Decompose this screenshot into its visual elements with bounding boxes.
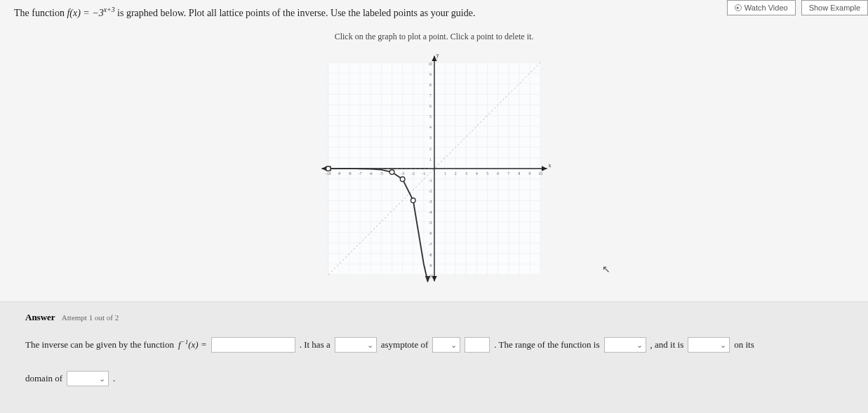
svg-text:1: 1 (429, 157, 431, 161)
svg-point-93 (400, 176, 405, 181)
svg-text:5: 5 (486, 171, 488, 176)
y-axis-label: y (436, 52, 439, 58)
svg-text:6: 6 (429, 104, 431, 108)
watch-video-label: Watch Video (745, 4, 788, 12)
domain-select[interactable] (67, 371, 109, 386)
svg-text:3: 3 (465, 171, 467, 176)
svg-text:7: 7 (429, 93, 431, 98)
svg-text:8: 8 (429, 83, 431, 87)
svg-text:-1: -1 (428, 178, 432, 183)
svg-text:7: 7 (507, 171, 509, 176)
attempt-counter: Attempt 1 out of 2 (62, 313, 119, 322)
svg-text:6: 6 (497, 171, 499, 176)
answer-text-d: . The range of the function is (494, 336, 599, 354)
svg-text:-5: -5 (380, 171, 383, 176)
svg-text:-6: -6 (368, 171, 372, 176)
svg-marker-90 (425, 276, 430, 282)
show-example-button[interactable]: Show Example (801, 0, 868, 15)
svg-text:2: 2 (454, 171, 456, 176)
function-exponent: x+3 (104, 6, 115, 13)
svg-text:-9: -9 (428, 263, 432, 267)
asymptote-var-select[interactable] (432, 337, 460, 353)
answer-text-period: . (113, 369, 115, 388)
problem-pre: The function (14, 8, 67, 18)
monotonic-select[interactable] (688, 337, 730, 353)
svg-text:-8: -8 (428, 252, 432, 256)
svg-text:9: 9 (528, 171, 530, 176)
svg-text:-6: -6 (428, 231, 432, 235)
watch-video-button[interactable]: ▸ Watch Video (727, 0, 796, 15)
asymptote-type-select[interactable] (335, 337, 377, 353)
answer-label: Answer (25, 312, 55, 322)
svg-text:4: 4 (429, 125, 431, 129)
svg-point-91 (326, 166, 330, 171)
svg-point-92 (389, 169, 394, 174)
svg-text:10: 10 (428, 61, 432, 65)
svg-text:-5: -5 (428, 221, 432, 225)
inverse-function-input[interactable] (211, 337, 295, 353)
svg-text:3: 3 (429, 136, 431, 140)
function-base: −3 (92, 8, 103, 18)
answer-section: Answer Attempt 1 out of 2 The inverse ca… (0, 301, 868, 413)
svg-text:-7: -7 (358, 171, 361, 176)
svg-point-94 (410, 198, 415, 203)
svg-text:-2: -2 (428, 189, 432, 193)
svg-marker-43 (542, 166, 547, 171)
x-axis-label: x (548, 162, 551, 169)
interactive-graph[interactable]: x y -10-9-8-7-6-5-4-3-2-1 12345678910 10… (315, 49, 554, 288)
function-lhs: f(x) = (67, 8, 92, 18)
cursor-icon: ↖ (602, 263, 610, 275)
asymptote-value-input[interactable] (465, 337, 490, 353)
svg-text:2: 2 (429, 146, 431, 150)
graph-instruction: Click on the graph to plot a point. Clic… (0, 32, 868, 42)
svg-text:8: 8 (518, 171, 520, 176)
answer-text-domain: domain of (25, 369, 62, 388)
svg-text:-3: -3 (401, 171, 404, 176)
answer-text-f: on its (734, 336, 754, 354)
svg-text:-1: -1 (422, 171, 425, 176)
answer-text-c: asymptote of (381, 336, 429, 354)
svg-text:10: 10 (538, 171, 542, 176)
inv-exp: −1 (181, 339, 189, 346)
svg-text:9: 9 (429, 72, 431, 76)
answer-text-a: The inverse can be given by the function (25, 336, 174, 354)
svg-text:-9: -9 (337, 171, 340, 176)
svg-text:-8: -8 (347, 171, 351, 176)
svg-text:-7: -7 (428, 242, 432, 246)
problem-post: is graphed below. Plot all lattice point… (117, 8, 475, 18)
answer-text-b: . It has a (300, 336, 330, 354)
svg-text:4: 4 (476, 171, 478, 176)
show-example-label: Show Example (809, 4, 860, 12)
play-icon: ▸ (735, 4, 742, 11)
range-select[interactable] (604, 337, 646, 353)
inv-arg: (x) = (188, 339, 206, 350)
answer-text-e: , and it is (650, 336, 684, 354)
svg-text:1: 1 (443, 171, 446, 176)
svg-text:5: 5 (429, 114, 431, 119)
svg-text:-10: -10 (326, 171, 331, 176)
svg-text:-3: -3 (428, 199, 432, 204)
svg-text:-4: -4 (428, 210, 432, 214)
svg-text:-2: -2 (411, 171, 415, 176)
